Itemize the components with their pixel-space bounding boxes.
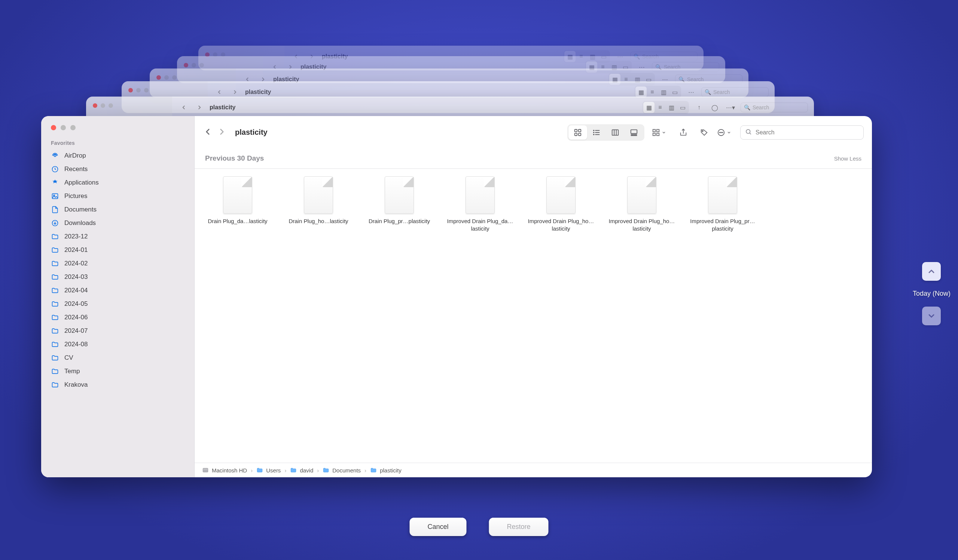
show-less-button[interactable]: Show Less [834, 155, 861, 162]
folder-icon [51, 232, 59, 241]
sidebar-item-label: Downloads [64, 219, 96, 227]
file-item[interactable]: Drain Plug_pr…plasticity [365, 176, 434, 233]
folder-icon [51, 273, 59, 281]
sidebar-item-airdrop[interactable]: AirDrop [41, 149, 194, 162]
sidebar-item-cv[interactable]: CV [41, 351, 194, 365]
group-by-button[interactable] [652, 128, 666, 136]
svg-rect-22 [635, 134, 637, 135]
file-item[interactable]: Drain Plug_da…lasticity [203, 176, 273, 233]
sidebar-item-2024-01[interactable]: 2024-01 [41, 243, 194, 257]
sidebar-item-pictures[interactable]: Pictures [41, 189, 194, 203]
path-label: Users [266, 467, 281, 474]
svg-rect-26 [657, 133, 659, 135]
minimize-window-button[interactable] [60, 125, 66, 130]
sidebar-item-temp[interactable]: Temp [41, 365, 194, 378]
timemachine-label: Today (Now) [913, 290, 950, 298]
sidebar-item-label: AirDrop [64, 152, 86, 159]
view-gallery-button[interactable] [625, 125, 643, 140]
file-name: Improved Drain Plug_da…lasticity [446, 217, 514, 233]
search-input[interactable] [755, 129, 859, 136]
svg-rect-7 [579, 129, 581, 132]
sidebar-item-label: Documents [64, 206, 97, 213]
restore-button[interactable]: Restore [489, 518, 549, 536]
sidebar-item-krakova[interactable]: Krakova [41, 378, 194, 392]
file-item[interactable]: Improved Drain Plug_da…lasticity [445, 176, 515, 233]
sidebar-item-2024-04[interactable]: 2024-04 [41, 284, 194, 297]
svg-rect-35 [203, 468, 208, 473]
sidebar-item-label: 2024-07 [64, 327, 87, 335]
folder-icon [51, 286, 59, 295]
timemachine-prev-button[interactable] [922, 262, 941, 281]
file-item[interactable]: Improved Drain Plug_ho…lasticity [607, 176, 677, 233]
path-segment[interactable]: Macintosh HD [202, 467, 247, 474]
sidebar-item-recents[interactable]: Recents [41, 162, 194, 176]
file-item[interactable]: Improved Drain Plug_pr…plasticity [688, 176, 757, 233]
fullscreen-window-button[interactable] [70, 125, 76, 130]
close-window-button[interactable] [51, 125, 56, 130]
finder-window: Favorites AirDropRecentsApplicationsPict… [41, 116, 872, 477]
view-list-button[interactable] [587, 125, 606, 140]
svg-point-14 [593, 132, 594, 133]
timemachine-next-button[interactable] [922, 306, 941, 325]
sidebar-item-label: Krakova [64, 381, 87, 389]
doc-icon [51, 206, 59, 214]
sidebar-item-2024-06[interactable]: 2024-06 [41, 311, 194, 324]
chevron-right-icon: › [317, 467, 319, 474]
file-item[interactable]: Drain Plug_ho…lasticity [284, 176, 353, 233]
path-segment[interactable]: plasticity [370, 467, 401, 474]
file-name: Drain Plug_pr…plasticity [369, 217, 430, 225]
svg-rect-19 [631, 130, 637, 133]
view-icons-button[interactable] [568, 125, 587, 140]
tags-button[interactable] [696, 125, 712, 140]
file-grid: Drain Plug_da…lasticityDrain Plug_ho…las… [195, 169, 872, 240]
sidebar-item-2024-05[interactable]: 2024-05 [41, 297, 194, 311]
view-columns-button[interactable] [606, 125, 625, 140]
path-segment[interactable]: Documents [323, 467, 361, 474]
sidebar-item-2024-07[interactable]: 2024-07 [41, 324, 194, 338]
picture-icon [51, 192, 59, 200]
sidebar-item-label: Temp [64, 368, 80, 375]
sidebar-item-label: 2024-08 [64, 341, 87, 348]
svg-point-13 [593, 130, 594, 131]
sidebar-item-label: 2024-02 [64, 260, 87, 267]
path-segment[interactable]: Users [256, 467, 281, 474]
svg-line-34 [750, 133, 751, 134]
cancel-button[interactable]: Cancel [409, 518, 466, 536]
sidebar-item-applications[interactable]: Applications [41, 176, 194, 189]
folder-icon [51, 327, 59, 335]
sidebar-item-label: 2024-01 [64, 246, 87, 254]
more-actions-button[interactable] [717, 128, 731, 136]
apps-icon [51, 179, 59, 187]
svg-point-30 [719, 132, 720, 133]
back-button[interactable] [203, 127, 213, 138]
svg-point-33 [746, 130, 750, 134]
sidebar-item-2024-03[interactable]: 2024-03 [41, 270, 194, 284]
search-icon [745, 128, 752, 136]
path-label: Macintosh HD [212, 467, 247, 474]
svg-rect-25 [653, 133, 655, 135]
path-label: Documents [332, 467, 361, 474]
svg-rect-16 [612, 130, 619, 135]
sidebar-section-header: Favorites [41, 138, 194, 149]
clock-icon [51, 165, 59, 173]
share-button[interactable] [675, 125, 692, 140]
sidebar: Favorites AirDropRecentsApplicationsPict… [41, 116, 195, 477]
sidebar-item-2024-08[interactable]: 2024-08 [41, 338, 194, 351]
svg-point-31 [721, 132, 722, 133]
folder-icon [51, 367, 59, 376]
folder-title: plasticity [235, 128, 268, 136]
sidebar-item-2023-12[interactable]: 2023-12 [41, 230, 194, 243]
document-icon [627, 176, 657, 214]
file-name: Drain Plug_ho…lasticity [289, 217, 348, 225]
sidebar-item-documents[interactable]: Documents [41, 203, 194, 216]
chevron-right-icon: › [251, 467, 252, 474]
sidebar-item-downloads[interactable]: Downloads [41, 216, 194, 230]
forward-button[interactable] [217, 127, 227, 138]
path-segment[interactable]: david [290, 467, 313, 474]
file-item[interactable]: Improved Drain Plug_ho…lasticity [526, 176, 596, 233]
timemachine-panel: Today (Now) [913, 262, 950, 325]
svg-point-15 [593, 134, 594, 135]
folder-icon [51, 354, 59, 362]
sidebar-item-2024-02[interactable]: 2024-02 [41, 257, 194, 270]
search-box[interactable] [740, 125, 864, 140]
